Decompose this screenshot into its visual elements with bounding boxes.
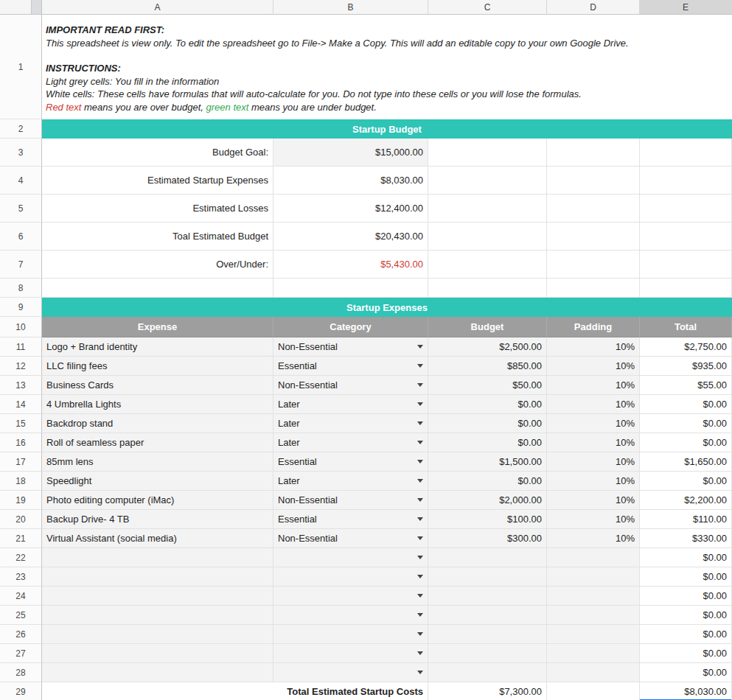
expense-category-cell[interactable]: Essential [273, 357, 428, 376]
expense-padding-cell[interactable] [547, 548, 640, 567]
row-number[interactable]: 9 [0, 298, 42, 317]
expense-name-cell[interactable]: Backdrop stand [42, 414, 273, 433]
expense-total-cell[interactable]: $0.00 [640, 548, 732, 567]
empty-cell[interactable] [547, 682, 640, 700]
expense-category-cell[interactable]: Non-Essential [273, 491, 428, 510]
dropdown-arrow-icon[interactable] [417, 575, 423, 578]
row-number[interactable]: 24 [0, 587, 42, 606]
row-number[interactable]: 15 [0, 414, 42, 433]
expense-budget-cell[interactable]: $2,000.00 [428, 491, 547, 510]
expense-header-cell[interactable]: Expense [42, 317, 273, 337]
expense-total-cell[interactable]: $0.00 [640, 472, 732, 491]
category-header-cell[interactable]: Category [273, 317, 428, 337]
expense-budget-cell[interactable] [428, 644, 547, 663]
expense-budget-cell[interactable]: $0.00 [428, 472, 547, 491]
empty-cell[interactable] [547, 139, 640, 167]
expense-category-cell[interactable]: Later [273, 395, 428, 414]
total-header-cell[interactable]: Total [640, 317, 732, 337]
budget-goal-value-cell[interactable]: $15,000.00 [273, 139, 428, 167]
total-estimated-budget-value-cell[interactable]: $20,430.00 [273, 223, 428, 251]
expense-budget-cell[interactable]: $300.00 [428, 529, 547, 548]
expense-budget-cell[interactable]: $1,500.00 [428, 452, 547, 472]
dropdown-arrow-icon[interactable] [417, 498, 423, 502]
row-number[interactable]: 13 [0, 376, 42, 395]
expense-padding-cell[interactable]: 10% [547, 414, 640, 433]
row-number[interactable]: 3 [0, 139, 42, 167]
over-under-label-cell[interactable]: Over/Under: [42, 251, 273, 279]
expense-budget-cell[interactable] [428, 587, 547, 606]
row-number[interactable]: 27 [0, 644, 42, 663]
total-label-cell[interactable]: Total Estimated Startup Costs [42, 682, 428, 700]
empty-cell[interactable] [640, 251, 732, 279]
expense-name-cell[interactable] [42, 663, 273, 682]
dropdown-arrow-icon[interactable] [417, 594, 423, 598]
expense-total-cell[interactable]: $2,750.00 [640, 337, 732, 357]
expense-category-cell[interactable]: Non-Essential [273, 337, 428, 357]
expense-name-cell[interactable]: LLC filing fees [42, 357, 273, 376]
expense-total-cell[interactable]: $935.00 [640, 357, 732, 376]
expense-name-cell[interactable]: 4 Umbrella Lights [42, 395, 273, 414]
expense-name-cell[interactable]: Speedlight [42, 472, 273, 491]
column-header-c[interactable]: C [428, 0, 547, 15]
expense-padding-cell[interactable]: 10% [547, 452, 640, 472]
dropdown-arrow-icon[interactable] [417, 460, 423, 463]
estimated-losses-value-cell[interactable]: $12,400.00 [273, 195, 428, 223]
expense-name-cell[interactable] [42, 644, 273, 663]
expense-total-cell[interactable]: $0.00 [640, 567, 732, 587]
expense-padding-cell[interactable]: 10% [547, 376, 640, 395]
expense-name-cell[interactable]: Virtual Assistant (social media) [42, 529, 273, 548]
expense-total-cell[interactable]: $0.00 [640, 625, 732, 644]
dropdown-arrow-icon[interactable] [417, 556, 423, 559]
expense-padding-cell[interactable]: 10% [547, 395, 640, 414]
expense-padding-cell[interactable] [547, 587, 640, 606]
expense-padding-cell[interactable] [547, 625, 640, 644]
expense-name-cell[interactable]: Backup Drive- 4 TB [42, 510, 273, 529]
dropdown-arrow-icon[interactable] [417, 671, 423, 674]
row-number[interactable]: 11 [0, 337, 42, 357]
empty-cell[interactable] [640, 195, 732, 223]
expense-budget-cell[interactable] [428, 606, 547, 625]
dropdown-arrow-icon[interactable] [417, 651, 423, 655]
empty-cell[interactable] [640, 139, 732, 167]
expense-total-cell[interactable]: $330.00 [640, 529, 732, 548]
select-all-corner[interactable] [0, 0, 42, 15]
empty-cell[interactable] [428, 251, 547, 279]
startup-budget-banner[interactable]: Startup Budget [42, 119, 732, 139]
dropdown-arrow-icon[interactable] [417, 402, 423, 406]
total-total-cell[interactable]: $8,030.00 [640, 682, 732, 700]
expense-total-cell[interactable]: $0.00 [640, 414, 732, 433]
empty-cell[interactable] [428, 167, 547, 195]
expense-category-cell[interactable]: Essential [273, 452, 428, 472]
expense-category-cell[interactable]: Non-Essential [273, 529, 428, 548]
empty-cell[interactable] [428, 223, 547, 251]
expense-name-cell[interactable]: Roll of seamless paper [42, 433, 273, 452]
row-number[interactable]: 2 [0, 119, 42, 139]
expense-padding-cell[interactable]: 10% [547, 357, 640, 376]
row-number[interactable]: 1 [0, 15, 42, 119]
row-number[interactable]: 23 [0, 567, 42, 587]
startup-expenses-banner[interactable]: Startup Expenses [42, 298, 732, 317]
budget-goal-label-cell[interactable]: Budget Goal: [42, 139, 273, 167]
expense-padding-cell[interactable]: 10% [547, 529, 640, 548]
expense-budget-cell[interactable]: $100.00 [428, 510, 547, 529]
row-number[interactable]: 20 [0, 510, 42, 529]
expense-padding-cell[interactable]: 10% [547, 510, 640, 529]
dropdown-arrow-icon[interactable] [417, 632, 423, 636]
row-number[interactable]: 8 [0, 279, 42, 298]
expense-name-cell[interactable] [42, 587, 273, 606]
empty-cell[interactable] [640, 167, 732, 195]
expense-total-cell[interactable]: $0.00 [640, 663, 732, 682]
row-number[interactable]: 12 [0, 357, 42, 376]
empty-cell[interactable] [547, 223, 640, 251]
dropdown-arrow-icon[interactable] [417, 364, 423, 368]
expense-name-cell[interactable] [42, 567, 273, 587]
row-number[interactable]: 22 [0, 548, 42, 567]
expense-total-cell[interactable]: $0.00 [640, 606, 732, 625]
expense-budget-cell[interactable]: $0.00 [428, 433, 547, 452]
expense-budget-cell[interactable]: $0.00 [428, 395, 547, 414]
expense-total-cell[interactable]: $110.00 [640, 510, 732, 529]
expense-category-cell[interactable] [273, 606, 428, 625]
dropdown-arrow-icon[interactable] [417, 613, 423, 617]
expense-name-cell[interactable]: Logo + Brand identity [42, 337, 273, 357]
expense-padding-cell[interactable]: 10% [547, 491, 640, 510]
